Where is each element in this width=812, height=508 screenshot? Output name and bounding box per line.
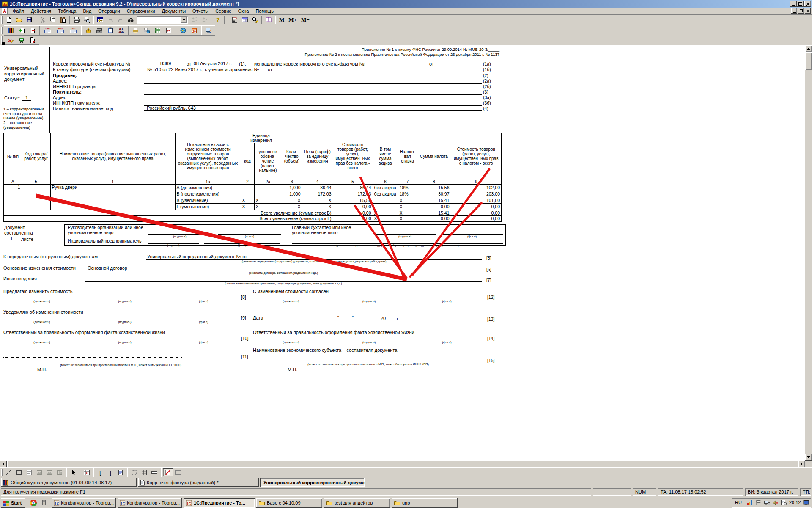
open-button[interactable] (14, 15, 24, 25)
tray-mute-icon[interactable] (772, 500, 779, 506)
quicklaunch-server-icon[interactable] (41, 499, 47, 506)
language-indicator[interactable]: RU (735, 500, 742, 505)
toolbar-grip2[interactable] (1, 27, 3, 34)
document-area[interactable]: Приложение № 1 к письму ФНС России от 29… (0, 45, 805, 461)
incoming-doc-button[interactable] (16, 26, 27, 35)
bracket-close-button[interactable]: ] (105, 468, 115, 476)
form-anchor-marker[interactable] (2, 42, 5, 45)
search-combo[interactable] (137, 16, 188, 24)
cash-register-button[interactable] (94, 26, 105, 35)
ruler-button[interactable] (149, 468, 159, 476)
line-tool-button[interactable] (4, 468, 14, 476)
undo-button[interactable] (105, 15, 115, 25)
menu-actions[interactable]: Действия (27, 8, 55, 14)
nakl-button[interactable]: НАКЛ (54, 26, 67, 35)
task-base-folder[interactable]: Base с 04.10.09 (256, 498, 322, 508)
tray-tasks-icon[interactable] (781, 500, 787, 506)
internet-button[interactable] (178, 26, 189, 35)
tab-ukd-active[interactable]: А Универсальный корректировочный докумен… (260, 478, 365, 487)
new-doc-plus-button[interactable] (27, 36, 38, 44)
red-line-toggle-button[interactable] (163, 468, 173, 476)
memory-minus-button[interactable]: М− (299, 15, 312, 25)
tray-network-icon[interactable] (764, 500, 770, 506)
task-configurator-1[interactable]: 1С Конфигуратор - Торгов... (52, 498, 116, 508)
task-enterprise-active[interactable]: 1С 1С:Предприятие - То... (184, 498, 255, 508)
window-key-button[interactable] (95, 15, 105, 25)
mdi-minimize-button[interactable] (791, 8, 797, 14)
help-button[interactable]: ? (213, 15, 223, 25)
clipboard-button[interactable] (105, 26, 116, 35)
section-button[interactable] (115, 468, 126, 476)
ole-object-button[interactable] (44, 468, 55, 476)
rectangle-tool-button[interactable] (14, 468, 24, 476)
bracket-open-button[interactable]: [ (95, 468, 105, 476)
chart-tool-button[interactable] (55, 468, 65, 476)
table-properties-button[interactable] (82, 468, 92, 476)
picture-tool-button[interactable] (34, 468, 44, 476)
cut-button[interactable] (38, 15, 48, 25)
maximize-button[interactable] (797, 1, 804, 7)
task-unp-folder[interactable]: unp (392, 498, 458, 508)
start-button[interactable]: Start (1, 498, 25, 508)
find-person-button[interactable] (189, 15, 199, 25)
table-report-button[interactable] (152, 26, 163, 35)
schet-button[interactable]: СЧЕТ (41, 26, 54, 35)
print-globe-button[interactable] (141, 26, 152, 35)
toolbar-grip4[interactable] (1, 469, 3, 476)
partners-button[interactable] (116, 26, 127, 35)
tab-corr-invoice[interactable]: Корр. счет-фактура (выданный) * (138, 478, 259, 487)
chart-report-button[interactable] (163, 26, 174, 35)
task-test-folder[interactable]: test для апдейтов (324, 498, 390, 508)
user-monitor-button[interactable] (203, 26, 214, 35)
calculator-button[interactable] (230, 15, 240, 25)
tray-1c-icon[interactable] (747, 500, 753, 506)
tray-flag-icon[interactable] (755, 500, 762, 506)
close-button[interactable] (804, 1, 811, 7)
find-person2-button[interactable] (199, 15, 209, 25)
journals-button[interactable] (5, 26, 16, 35)
text-tool-button[interactable] (24, 468, 34, 476)
copy-button[interactable] (48, 15, 58, 25)
find-button[interactable] (126, 15, 136, 25)
memory-button[interactable]: М (277, 15, 286, 25)
menu-reports[interactable]: Отчеты (189, 8, 212, 14)
toolbar-grip[interactable] (1, 16, 3, 24)
minimize-button[interactable] (790, 1, 797, 7)
calendar-button[interactable] (240, 15, 250, 25)
redo-button[interactable] (115, 15, 126, 25)
vertical-scroll-thumb[interactable] (805, 52, 812, 70)
vertical-scrollbar[interactable] (805, 45, 812, 461)
new-document-button[interactable] (4, 15, 14, 25)
pko-button[interactable]: ПКО (67, 26, 80, 35)
book-button[interactable] (263, 15, 274, 25)
tray-display-icon[interactable] (803, 500, 809, 506)
mdi-restore-button[interactable] (798, 8, 804, 14)
print-preview-button[interactable] (82, 15, 92, 25)
scroll-left-button[interactable] (0, 461, 7, 467)
menu-documents[interactable]: Документы (158, 8, 189, 14)
clock[interactable]: 20:12 (789, 500, 801, 505)
menu-table[interactable]: Таблица (55, 8, 80, 14)
menu-operations[interactable]: Операции (95, 8, 123, 14)
scroll-right-button[interactable] (798, 461, 805, 467)
menu-file[interactable]: Файл (9, 8, 27, 14)
calendar-20-button[interactable]: 20 (189, 26, 200, 35)
scroll-down-button[interactable] (805, 454, 812, 461)
outgoing-doc-button[interactable] (27, 26, 38, 35)
select-cursor-button[interactable] (68, 468, 78, 476)
print-button[interactable] (71, 15, 82, 25)
advice-button[interactable]: S (5, 36, 16, 44)
paste-button[interactable] (58, 15, 68, 25)
task-configurator-2[interactable]: 1С Конфигуратор - Торгов... (118, 498, 182, 508)
grid-button[interactable] (139, 468, 149, 476)
print-doc-button[interactable] (130, 26, 141, 35)
form-grid-button[interactable] (173, 468, 183, 476)
combo-dropdown-button[interactable] (181, 17, 187, 23)
menu-windows[interactable]: Окна (235, 8, 252, 14)
memory-plus-button[interactable]: М+ (286, 15, 299, 25)
horizontal-scrollbar[interactable] (0, 461, 805, 467)
money-bag-button[interactable] (83, 26, 94, 35)
scroll-up-button[interactable] (805, 45, 812, 52)
tab-journal[interactable]: Общий журнал документов (01.01.09-14.08.… (1, 478, 137, 487)
horizontal-scroll-thumb[interactable] (7, 461, 49, 467)
